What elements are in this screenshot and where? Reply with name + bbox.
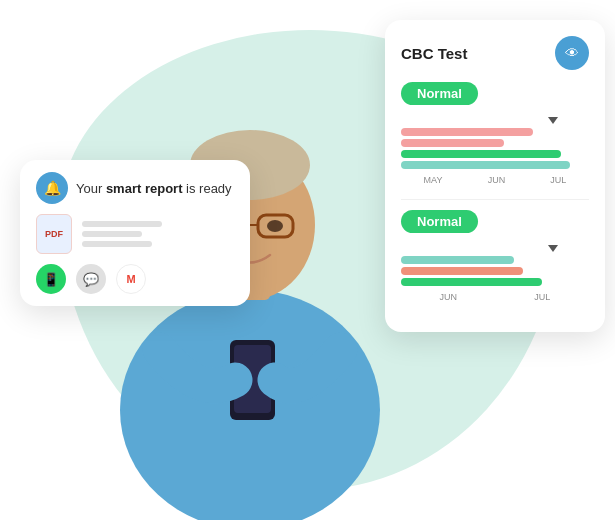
- pdf-icon[interactable]: PDF: [36, 214, 72, 254]
- second-section: Normal JUN JUL: [401, 199, 589, 302]
- pdf-line-3: [82, 241, 152, 247]
- chart-label-jun2: JUN: [440, 292, 458, 302]
- sms-share-icon[interactable]: 💬: [76, 264, 106, 294]
- notification-text: Your smart report is ready: [76, 181, 232, 196]
- chart-bar-teal-1: [401, 161, 570, 169]
- chart-bars-2: [401, 256, 589, 286]
- eye-icon[interactable]: 👁: [555, 36, 589, 70]
- chart-pointer-2: [548, 245, 558, 252]
- chart-area-2: JUN JUL: [401, 245, 589, 302]
- chart-label-jul: JUL: [550, 175, 566, 185]
- svg-point-8: [267, 220, 283, 232]
- chart-labels-1: MAY JUN JUL: [401, 175, 589, 185]
- chart-label-jun: JUN: [488, 175, 506, 185]
- bell-icon: 🔔: [36, 172, 68, 204]
- normal-badge-2: Normal: [401, 210, 478, 233]
- notification-header: 🔔 Your smart report is ready: [36, 172, 234, 204]
- pdf-line-2: [82, 231, 142, 237]
- gmail-share-icon[interactable]: M: [116, 264, 146, 294]
- chart-bar-teal-2: [401, 256, 514, 264]
- chart-bar-green-1: [401, 150, 561, 158]
- pdf-line-1: [82, 221, 162, 227]
- chart-pointer-1: [548, 117, 558, 124]
- chart-bar-green-2: [401, 278, 542, 286]
- cbc-card: CBC Test 👁 Normal MAY JUN JUL Normal: [385, 20, 605, 332]
- cbc-title: CBC Test: [401, 45, 467, 62]
- pdf-lines: [82, 221, 162, 247]
- chart-bar-salmon: [401, 267, 523, 275]
- chart-area-1: MAY JUN JUL: [401, 117, 589, 185]
- normal-badge-1: Normal: [401, 82, 478, 105]
- chart-bar-pink-2: [401, 139, 504, 147]
- chart-labels-2: JUN JUL: [401, 292, 589, 302]
- pdf-row: PDF: [36, 214, 234, 254]
- chart-bars-1: [401, 128, 589, 169]
- chart-label-jul2: JUL: [534, 292, 550, 302]
- cbc-card-header: CBC Test 👁: [401, 36, 589, 70]
- share-icons-row: 📱 💬 M: [36, 264, 234, 294]
- chart-bar-pink-1: [401, 128, 533, 136]
- chart-label-may: MAY: [424, 175, 443, 185]
- whatsapp-share-icon[interactable]: 📱: [36, 264, 66, 294]
- notification-card: 🔔 Your smart report is ready PDF 📱 💬 M: [20, 160, 250, 306]
